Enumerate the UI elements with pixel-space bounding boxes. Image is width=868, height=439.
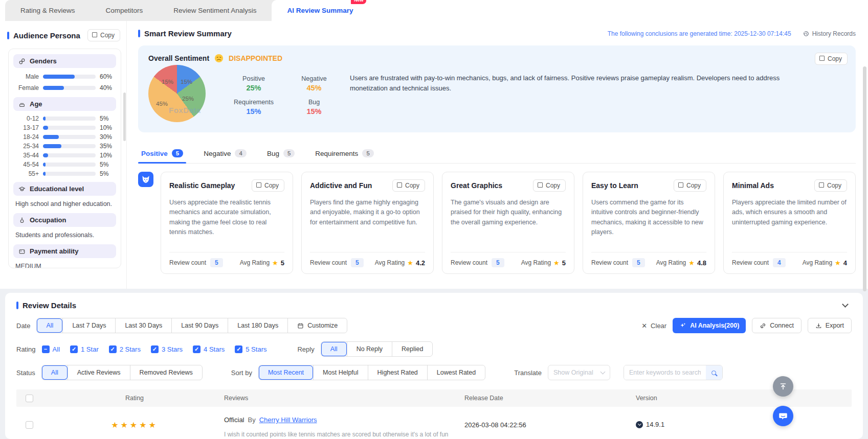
avg-rating-value: 4.2 (416, 259, 425, 267)
review-count-badge: 5 (632, 258, 645, 267)
overall-sentiment-label: Overall Sentiment (148, 54, 209, 62)
bar-fill (43, 135, 59, 139)
bar-label: 18-24 (14, 133, 39, 141)
checkbox-checked[interactable] (193, 345, 201, 353)
rating-checkbox-2-stars[interactable]: 2 Stars (109, 345, 141, 353)
chat-button[interactable] (773, 406, 793, 426)
new-badge: New (351, 0, 367, 4)
date-option-last-7-days[interactable]: Last 7 Days (62, 318, 115, 333)
date-option-last-90-days[interactable]: Last 90 Days (171, 318, 228, 333)
count-badge: 4 (235, 149, 246, 157)
bar-pct: 60% (100, 73, 115, 80)
rating-checkbox-5-stars[interactable]: 5 Stars (235, 345, 266, 353)
status-option-removed-reviews[interactable]: Removed Reviews (130, 365, 202, 380)
persona-bar: 55+5% (14, 170, 115, 177)
section-title: Payment ability (30, 247, 78, 255)
star-icon: ★ (835, 259, 841, 267)
date-customize-button[interactable]: Customize (287, 318, 347, 333)
review-details-title: Review Details (23, 301, 76, 310)
status-option-active-reviews[interactable]: Active Reviews (68, 365, 130, 380)
chevron-down-icon[interactable] (842, 301, 849, 308)
history-label: History Records (812, 30, 856, 37)
row-release-date: 2026-03-08 04:22:56 (464, 416, 636, 429)
copy-persona-button[interactable]: Copy (87, 29, 120, 41)
search-button[interactable] (706, 365, 722, 380)
rating-checkbox-4-stars[interactable]: 4 Stars (193, 345, 225, 353)
sentiment-value: DISAPPOINTED (229, 54, 282, 62)
reply-option-no-reply[interactable]: No Reply (347, 342, 392, 356)
payment-section-header: Payment ability (13, 244, 116, 258)
tab-negative[interactable]: Negative4 (203, 145, 248, 163)
connect-button[interactable]: Connect (752, 318, 802, 333)
copy-card-button[interactable]: Copy (814, 179, 847, 192)
translate-select[interactable]: Show Original (548, 365, 610, 380)
rating-checkbox-3-stars[interactable]: 3 Stars (151, 345, 183, 353)
status-option-all[interactable]: All (42, 365, 68, 380)
clear-x-icon: ✕ (641, 322, 647, 330)
rating-checkbox-all[interactable]: All (42, 345, 60, 353)
sort-option-highest-rated[interactable]: Highest Rated (368, 365, 427, 380)
card-title: Addictive and Fun (310, 181, 372, 190)
tab-competitors[interactable]: Competitors (91, 0, 159, 21)
history-records-button[interactable]: History Records (803, 30, 856, 37)
stat-bug: Bug15% (293, 99, 336, 115)
table-row[interactable]: ★★★★★ Official By Cherry Hill Warriors I… (16, 407, 852, 438)
scroll-top-button[interactable] (773, 376, 793, 397)
date-option-last-30-days[interactable]: Last 30 Days (115, 318, 171, 333)
bar-label: 55+ (14, 170, 39, 177)
date-option-all[interactable]: All (37, 318, 62, 333)
tab-rating-reviews[interactable]: Rating & Reviews (5, 0, 91, 21)
card-footer: Review count5 Avg Rating★5 (451, 252, 566, 267)
reply-option-all[interactable]: All (321, 342, 347, 356)
author-link[interactable]: Cherry Hill Warriors (259, 416, 317, 424)
count-badge: 5 (172, 149, 183, 157)
tab-requirements[interactable]: Requirements5 (314, 145, 374, 163)
select-all-checkbox[interactable] (26, 395, 33, 402)
tab-bug[interactable]: Bug5 (266, 145, 296, 163)
row-checkbox[interactable] (26, 421, 33, 429)
copy-icon (820, 183, 824, 188)
bar-fill (43, 117, 46, 121)
copy-card-button[interactable]: Copy (252, 179, 284, 192)
checkbox-checked[interactable] (109, 345, 117, 353)
tab-review-sentiment-analysis[interactable]: Review Sentiment Analysis (158, 0, 272, 21)
checkbox-indeterminate[interactable] (42, 345, 50, 353)
link-icon (760, 322, 766, 329)
sidebar-header: Audience Persona Copy (7, 29, 126, 41)
bar-pct: 35% (100, 143, 115, 150)
copy-sentiment-button[interactable]: Copy (815, 53, 848, 65)
payment-text: MEDIUM (15, 263, 114, 268)
search-input[interactable] (624, 365, 706, 380)
bar-track (43, 153, 96, 157)
checkbox-checked[interactable] (70, 345, 78, 353)
copy-card-button[interactable]: Copy (392, 179, 425, 192)
copy-icon (93, 33, 97, 37)
bar-track (43, 75, 96, 79)
tab-ai-review-summary[interactable]: AI Review Summary New (272, 0, 368, 21)
clear-button[interactable]: ✕Clear (641, 322, 666, 330)
rating-checkbox-1-star[interactable]: 1 Star (70, 345, 99, 353)
persona-panel: Genders Male 60% Female 40% Age (8, 49, 121, 268)
tab-positive[interactable]: Positive5 (140, 145, 184, 163)
checkbox-checked[interactable] (151, 345, 159, 353)
translate-value: Show Original (553, 369, 593, 376)
review-count-badge: 5 (492, 258, 504, 267)
export-button[interactable]: Export (808, 318, 852, 333)
date-option-last-180-days[interactable]: Last 180 Days (228, 318, 287, 333)
persona-bar: 13-1710% (14, 124, 115, 131)
checkbox-checked[interactable] (235, 345, 242, 353)
bar-label: Male (14, 73, 39, 80)
audience-persona-sidebar: Audience Persona Copy Genders Male 60% (0, 21, 127, 289)
reply-option-replied[interactable]: Replied (392, 342, 432, 356)
star-icon: ★ (688, 259, 695, 267)
copy-card-button[interactable]: Copy (674, 179, 706, 192)
sort-option-most-helpful[interactable]: Most Helpful (313, 365, 367, 380)
category-tabs: Positive5 Negative4 Bug5 Requirements5 (138, 145, 856, 164)
sidebar-scrollbar[interactable] (123, 93, 126, 141)
sort-option-most-recent[interactable]: Most Recent (259, 365, 313, 380)
bar-fill (43, 75, 75, 79)
copy-card-button[interactable]: Copy (533, 179, 566, 192)
page-scrollbar[interactable] (863, 66, 866, 291)
sort-option-lowest-rated[interactable]: Lowest Rated (427, 365, 485, 380)
ai-analysis-button[interactable]: AI Analysis(200) (673, 318, 746, 333)
